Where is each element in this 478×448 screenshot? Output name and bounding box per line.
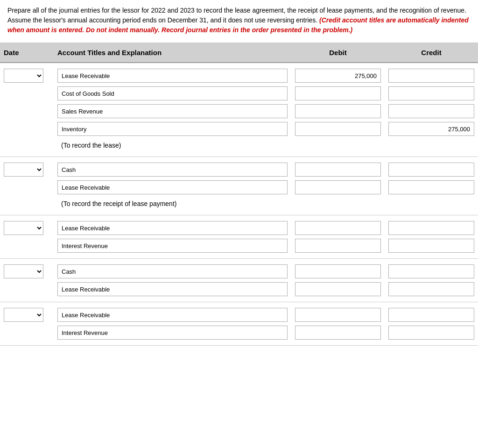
credit-cell — [385, 282, 478, 296]
entry-row — [0, 178, 478, 196]
account-input-5-2[interactable] — [57, 326, 288, 340]
debit-input-1-3[interactable] — [295, 104, 381, 118]
account-cell — [54, 308, 291, 322]
account-input-1-3[interactable] — [57, 104, 288, 118]
entry-row — [0, 280, 478, 298]
debit-input-4-1[interactable] — [295, 264, 381, 278]
entry-row — [0, 237, 478, 255]
credit-cell — [385, 326, 478, 340]
instructions-block: Prepare all of the journal entries for t… — [0, 0, 478, 43]
credit-cell — [385, 221, 478, 235]
debit-cell — [291, 122, 385, 136]
account-input-3-1[interactable] — [57, 221, 288, 235]
account-input-3-2[interactable] — [57, 239, 288, 253]
header-date: Date — [0, 47, 54, 58]
credit-input-1-4[interactable] — [388, 122, 474, 136]
account-input-1-2[interactable] — [57, 86, 288, 100]
credit-input-1-2[interactable] — [388, 86, 474, 100]
credit-cell — [385, 308, 478, 322]
credit-cell — [385, 104, 478, 118]
entry-group-4 — [0, 259, 478, 302]
debit-cell — [291, 326, 385, 340]
account-input-2-1[interactable] — [57, 163, 288, 177]
debit-cell — [291, 221, 385, 235]
note-text-1: (To record the lease) — [57, 140, 474, 151]
account-cell — [54, 282, 291, 296]
entry-group-3 — [0, 215, 478, 259]
journal-body: (To record the lease)(To record the rece… — [0, 63, 478, 346]
debit-input-1-1[interactable] — [295, 69, 381, 83]
account-cell — [54, 221, 291, 235]
credit-cell — [385, 69, 478, 83]
debit-input-5-1[interactable] — [295, 308, 381, 322]
credit-input-2-1[interactable] — [388, 163, 474, 177]
debit-cell — [291, 264, 385, 278]
debit-cell — [291, 69, 385, 83]
account-cell — [54, 180, 291, 194]
note-row-1: (To record the lease) — [0, 138, 478, 153]
account-cell — [54, 86, 291, 100]
entry-row — [0, 324, 478, 341]
entry-row — [0, 85, 478, 102]
credit-cell — [385, 239, 478, 253]
debit-cell — [291, 104, 385, 118]
date-select-1[interactable] — [4, 69, 43, 83]
account-cell — [54, 264, 291, 278]
credit-cell — [385, 264, 478, 278]
debit-cell — [291, 86, 385, 100]
debit-cell — [291, 308, 385, 322]
date-cell-3-1 — [0, 221, 54, 235]
date-cell-2-1 — [0, 163, 54, 177]
note-text-2: (To record the receipt of lease payment) — [57, 198, 474, 209]
debit-input-1-2[interactable] — [295, 86, 381, 100]
entry-row — [0, 263, 478, 280]
debit-input-3-2[interactable] — [295, 239, 381, 253]
note-row-2: (To record the receipt of lease payment) — [0, 196, 478, 211]
debit-cell — [291, 239, 385, 253]
debit-input-4-2[interactable] — [295, 282, 381, 296]
account-input-1-4[interactable] — [57, 122, 288, 136]
account-cell — [54, 122, 291, 136]
debit-input-2-2[interactable] — [295, 180, 381, 194]
account-input-4-2[interactable] — [57, 282, 288, 296]
credit-input-3-2[interactable] — [388, 239, 474, 253]
credit-input-2-2[interactable] — [388, 180, 474, 194]
account-cell — [54, 163, 291, 177]
credit-input-4-1[interactable] — [388, 264, 474, 278]
table-header: Date Account Titles and Explanation Debi… — [0, 43, 478, 63]
credit-input-5-2[interactable] — [388, 326, 474, 340]
date-select-5[interactable] — [4, 308, 43, 322]
credit-cell — [385, 180, 478, 194]
date-cell-1-1 — [0, 69, 54, 83]
debit-input-1-4[interactable] — [295, 122, 381, 136]
debit-input-2-1[interactable] — [295, 163, 381, 177]
debit-cell — [291, 282, 385, 296]
account-input-2-2[interactable] — [57, 180, 288, 194]
account-cell — [54, 104, 291, 118]
account-input-4-1[interactable] — [57, 264, 288, 278]
entry-group-1: (To record the lease) — [0, 63, 478, 157]
date-select-3[interactable] — [4, 221, 43, 235]
entry-row — [0, 219, 478, 237]
debit-input-3-1[interactable] — [295, 221, 381, 235]
entry-group-2: (To record the receipt of lease payment) — [0, 157, 478, 215]
header-credit: Credit — [385, 47, 478, 58]
account-input-5-1[interactable] — [57, 308, 288, 322]
credit-input-5-1[interactable] — [388, 308, 474, 322]
credit-input-1-1[interactable] — [388, 69, 474, 83]
date-select-2[interactable] — [4, 163, 43, 177]
credit-cell — [385, 86, 478, 100]
debit-cell — [291, 180, 385, 194]
entry-group-5 — [0, 302, 478, 346]
entry-row — [0, 161, 478, 178]
date-cell-4-1 — [0, 264, 54, 278]
credit-input-4-2[interactable] — [388, 282, 474, 296]
credit-input-1-3[interactable] — [388, 104, 474, 118]
debit-input-5-2[interactable] — [295, 326, 381, 340]
account-cell — [54, 69, 291, 83]
account-input-1-1[interactable] — [57, 69, 288, 83]
debit-cell — [291, 163, 385, 177]
credit-input-3-1[interactable] — [388, 221, 474, 235]
account-cell — [54, 326, 291, 340]
date-select-4[interactable] — [4, 264, 43, 278]
